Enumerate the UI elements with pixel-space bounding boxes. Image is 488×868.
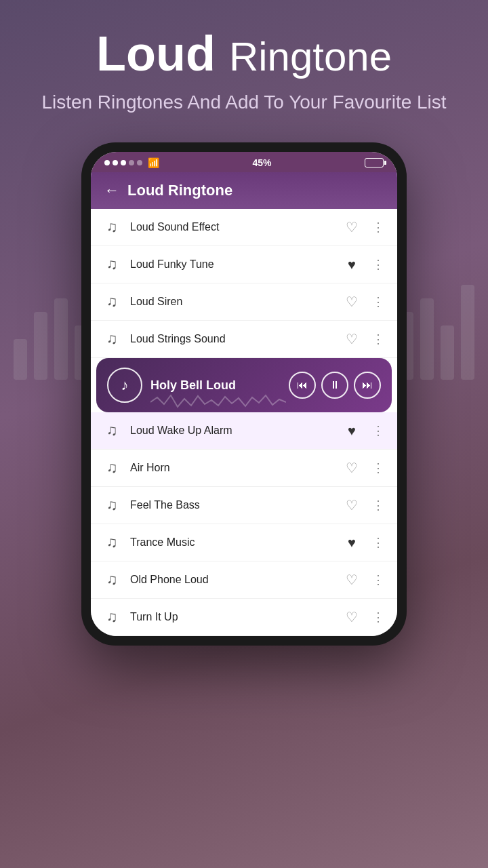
signal-dot-4 bbox=[129, 160, 134, 165]
music-note-icon: ♫ bbox=[102, 534, 122, 551]
music-note-icon: ♫ bbox=[102, 571, 122, 589]
now-playing-bar: ♪ Holy Bell Loud ⏮ ⏸ ⏭ bbox=[96, 358, 392, 412]
signal-dot-2 bbox=[113, 160, 118, 165]
next-button[interactable]: ⏭ bbox=[354, 372, 381, 399]
favorite-button[interactable]: ♥ bbox=[342, 257, 362, 273]
music-note-icon: ♫ bbox=[102, 218, 122, 236]
favorite-button[interactable]: ♡ bbox=[342, 294, 362, 310]
music-note-icon: ♫ bbox=[102, 608, 122, 626]
phone-mockup: 📶 45% ← Loud Ringtone ♫ Loud S bbox=[81, 142, 407, 646]
more-options-button[interactable]: ⋮ bbox=[370, 423, 386, 438]
list-item[interactable]: ♫ Loud Funky Tune ♥ ⋮ bbox=[91, 246, 397, 283]
title-bold: Loud bbox=[96, 26, 216, 81]
list-item[interactable]: ♫ Loud Wake Up Alarm ♥ ⋮ bbox=[91, 412, 397, 450]
more-options-button[interactable]: ⋮ bbox=[370, 610, 386, 625]
player-icon: ♪ bbox=[107, 368, 142, 403]
more-options-button[interactable]: ⋮ bbox=[370, 220, 386, 235]
battery-icon bbox=[365, 158, 384, 167]
more-options-button[interactable]: ⋮ bbox=[370, 460, 386, 475]
title-thin: Ringtone bbox=[229, 34, 392, 79]
more-options-button[interactable]: ⋮ bbox=[370, 294, 386, 309]
svg-rect-9 bbox=[441, 326, 454, 380]
prev-button[interactable]: ⏮ bbox=[289, 372, 316, 399]
ringtone-name: Turn It Up bbox=[130, 611, 333, 623]
svg-rect-8 bbox=[420, 298, 434, 380]
favorite-button[interactable]: ♥ bbox=[342, 423, 362, 439]
favorite-button[interactable]: ♥ bbox=[342, 535, 362, 551]
favorite-button[interactable]: ♡ bbox=[342, 497, 362, 513]
more-options-button[interactable]: ⋮ bbox=[370, 572, 386, 587]
ringtone-name: Trance Music bbox=[130, 536, 333, 549]
prev-icon: ⏮ bbox=[297, 379, 308, 391]
next-icon: ⏭ bbox=[362, 379, 373, 391]
list-item[interactable]: ♫ Loud Strings Sound ♡ ⋮ bbox=[91, 321, 397, 358]
ringtone-name: Loud Siren bbox=[130, 296, 333, 308]
ringtone-name: Loud Funky Tune bbox=[130, 258, 333, 271]
wifi-icon: 📶 bbox=[148, 157, 159, 168]
waveform bbox=[150, 392, 286, 412]
list-item[interactable]: ♫ Feel The Bass ♡ ⋮ bbox=[91, 487, 397, 524]
music-note-icon: ♫ bbox=[102, 459, 122, 477]
music-note-icon: ♫ bbox=[102, 496, 122, 514]
ringtone-name: Old Phone Loud bbox=[130, 574, 333, 586]
page-title: Loud Ringtone bbox=[27, 27, 461, 81]
svg-rect-0 bbox=[14, 339, 27, 380]
player-music-symbol: ♪ bbox=[121, 376, 129, 394]
signal-dot-1 bbox=[104, 160, 110, 165]
battery-percent: 45% bbox=[252, 157, 271, 168]
list-item[interactable]: ♫ Turn It Up ♡ ⋮ bbox=[91, 599, 397, 636]
battery-indicator bbox=[365, 158, 384, 167]
favorite-button[interactable]: ♡ bbox=[342, 572, 362, 588]
svg-rect-10 bbox=[461, 285, 474, 380]
more-options-button[interactable]: ⋮ bbox=[370, 498, 386, 513]
app-title: Loud Ringtone bbox=[127, 182, 232, 199]
list-item[interactable]: ♫ Old Phone Loud ♡ ⋮ bbox=[91, 561, 397, 599]
list-item[interactable]: ♫ Air Horn ♡ ⋮ bbox=[91, 450, 397, 487]
pause-button[interactable]: ⏸ bbox=[321, 372, 348, 399]
ringtone-name: Loud Sound Effect bbox=[130, 221, 333, 233]
music-note-icon: ♫ bbox=[102, 422, 122, 439]
status-bar: 📶 45% bbox=[91, 152, 397, 172]
favorite-button[interactable]: ♡ bbox=[342, 331, 362, 347]
ringtone-name: Loud Wake Up Alarm bbox=[130, 425, 333, 437]
ringtone-name: Loud Strings Sound bbox=[130, 333, 333, 345]
more-options-button[interactable]: ⋮ bbox=[370, 332, 386, 347]
favorite-button[interactable]: ♡ bbox=[342, 609, 362, 625]
list-item[interactable]: ♫ Loud Siren ♡ ⋮ bbox=[91, 283, 397, 321]
player-controls: ⏮ ⏸ ⏭ bbox=[289, 372, 381, 399]
phone-screen: 📶 45% ← Loud Ringtone ♫ Loud S bbox=[91, 152, 397, 636]
back-button[interactable]: ← bbox=[104, 182, 119, 199]
svg-rect-2 bbox=[54, 298, 68, 380]
page-header: Loud Ringtone Listen Ringtones And Add T… bbox=[0, 0, 488, 129]
pause-icon: ⏸ bbox=[329, 379, 340, 391]
phone-frame: 📶 45% ← Loud Ringtone ♫ Loud S bbox=[81, 142, 407, 646]
list-item[interactable]: ♫ Loud Sound Effect ♡ ⋮ bbox=[91, 209, 397, 246]
ringtone-list: ♫ Loud Sound Effect ♡ ⋮ ♫ Loud Funky Tun… bbox=[91, 209, 397, 636]
list-item[interactable]: ♫ Trance Music ♥ ⋮ bbox=[91, 524, 397, 561]
music-note-icon: ♫ bbox=[102, 330, 122, 348]
music-note-icon: ♫ bbox=[102, 293, 122, 311]
ringtone-name: Feel The Bass bbox=[130, 499, 333, 511]
ringtone-name: Air Horn bbox=[130, 462, 333, 474]
favorite-button[interactable]: ♡ bbox=[342, 460, 362, 476]
more-options-button[interactable]: ⋮ bbox=[370, 257, 386, 272]
header-subtitle: Listen Ringtones And Add To Your Favouri… bbox=[27, 89, 461, 115]
more-options-button[interactable]: ⋮ bbox=[370, 535, 386, 550]
player-title: Holy Bell Loud bbox=[150, 378, 281, 393]
app-header: ← Loud Ringtone bbox=[91, 172, 397, 209]
svg-rect-1 bbox=[34, 312, 47, 380]
signal-dot-3 bbox=[121, 160, 126, 165]
signal-indicator: 📶 bbox=[104, 157, 159, 168]
signal-dot-5 bbox=[137, 160, 142, 165]
favorite-button[interactable]: ♡ bbox=[342, 219, 362, 235]
music-note-icon: ♫ bbox=[102, 256, 122, 273]
